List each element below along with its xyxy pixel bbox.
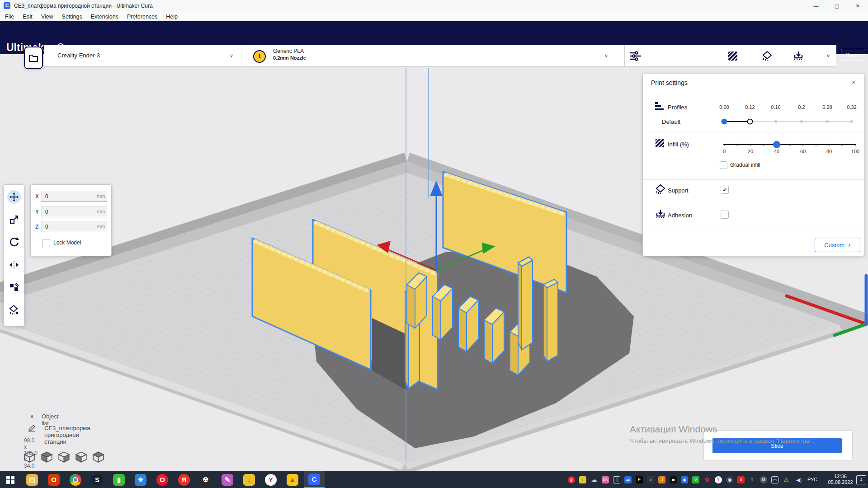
tray-usb-icon[interactable]: ⇪ — [749, 476, 756, 483]
adhesion-icon — [793, 51, 804, 61]
view-top-button[interactable] — [58, 451, 70, 463]
x-unit: mm — [97, 193, 105, 199]
object-list-item[interactable]: CE3_платформа пригородной станции — [44, 425, 90, 445]
slice-button[interactable]: Slice — [712, 438, 842, 453]
print-settings-summary[interactable]: Ultra Quality - 0.08mm 40% On Off ∨ — [624, 45, 836, 67]
cura-window: C CE3_платформа пригородной станции - Ul… — [0, 0, 868, 488]
profile-slider-handle[interactable] — [747, 119, 753, 125]
position-panel: X mm Y mm Z mm Lock Model — [30, 184, 112, 256]
tray-cloud-icon[interactable]: ☁ — [590, 476, 598, 483]
menu-preferences[interactable]: Preferences — [127, 14, 157, 20]
support-blocker-button[interactable] — [7, 303, 21, 317]
open-file-button[interactable] — [24, 47, 43, 69]
custom-settings-button[interactable]: Custom › — [815, 238, 860, 252]
minimize-button[interactable]: — — [806, 0, 826, 12]
taskbar-yandex[interactable]: Y — [260, 471, 281, 488]
tray-translator-icon[interactable]: я — [737, 476, 745, 483]
maximize-button[interactable]: ▢ — [826, 0, 847, 12]
tray-microphone-icon[interactable]: M — [760, 476, 767, 483]
profile-tick: 0.08 — [719, 104, 729, 110]
tray-volume-icon[interactable]: ◀) — [794, 476, 804, 483]
taskbar-file-explorer[interactable]: ▤ — [22, 471, 42, 488]
infill-tick: 100 — [851, 149, 859, 154]
model-pencil-icon — [28, 424, 36, 432]
tray-adguard-icon[interactable]: ◎ — [568, 476, 575, 483]
taskbar-green-tiles-app[interactable]: ▮ — [108, 471, 129, 488]
taskbar-cura-active[interactable]: C — [304, 471, 325, 488]
tray-epic-games-icon[interactable]: E — [636, 476, 643, 483]
taskbar-dark-sphere-app[interactable]: ☢ — [195, 471, 216, 488]
profile-tick: 0.12 — [745, 104, 755, 110]
print-settings-close-icon[interactable]: × — [852, 78, 856, 86]
menu-bar: File Edit View Settings Extensions Prefe… — [0, 12, 868, 21]
summary-chevron-down-icon[interactable]: ∨ — [826, 53, 830, 59]
move-tool-button[interactable] — [7, 190, 21, 204]
taskbar-paint-app[interactable]: ✎ — [217, 471, 238, 488]
profile-selected-dot[interactable] — [722, 119, 727, 125]
view-left-button[interactable] — [75, 451, 87, 463]
support-icon — [762, 51, 773, 61]
tray-dark-app-icon[interactable]: ■ — [670, 476, 677, 483]
sign-in-button[interactable]: Sign in — [841, 49, 866, 61]
taskbar: ▤ O S ▮ ✳ O Я ☢ ✎ ↓ Y ▲ C ◎ ↓ ☁ ds ▯ ⇄ E… — [0, 471, 868, 488]
material-selector[interactable]: Generic PLA — [273, 48, 304, 54]
cura-app-icon: C — [4, 2, 10, 9]
tray-audio-icon[interactable]: ♪ — [647, 476, 654, 483]
mirror-tool-button[interactable] — [7, 258, 21, 272]
taskbar-office[interactable]: O — [43, 471, 64, 488]
material-chevron-down-icon[interactable]: ∨ — [604, 53, 608, 59]
taskbar-opera[interactable]: O — [152, 471, 173, 488]
infill-slider-handle[interactable] — [773, 141, 780, 148]
lock-model-checkbox[interactable] — [42, 239, 50, 247]
language-indicator[interactable]: РУС — [807, 477, 817, 482]
adhesion-checkbox[interactable] — [721, 211, 729, 219]
y-axis-label: Y — [35, 209, 39, 215]
taskbar-download-manager[interactable]: ↓ — [239, 471, 259, 488]
transform-toolbar — [4, 184, 24, 326]
printer-chevron-down-icon[interactable]: ∨ — [230, 53, 233, 59]
menu-file[interactable]: File — [5, 14, 14, 20]
collapse-caret-icon[interactable]: ∧ — [30, 413, 34, 420]
taskbar-yandex-browser[interactable]: Я — [174, 471, 194, 488]
infill-tick: 0 — [723, 149, 726, 154]
rotate-tool-button[interactable] — [7, 235, 21, 249]
support-icon — [655, 184, 666, 195]
tray-java-icon[interactable]: J — [658, 476, 665, 483]
support-checkbox[interactable]: ✔ — [721, 186, 729, 194]
notification-center-button[interactable]: 1 — [856, 475, 866, 484]
view-right-button[interactable] — [92, 451, 104, 463]
taskbar-steam[interactable]: S — [87, 471, 108, 488]
printer-selector[interactable]: Creality Ender-3 — [57, 52, 100, 59]
scale-tool-button[interactable] — [7, 213, 21, 226]
tray-security-warning-icon[interactable]: ⚠ — [783, 476, 790, 483]
y-unit: mm — [97, 209, 105, 214]
close-button[interactable]: ✕ — [847, 0, 868, 12]
tray-display-icon[interactable]: ▭ — [771, 476, 778, 483]
taskbar-clock[interactable]: 12:36 05.08.2022 — [826, 474, 854, 485]
tray-ds-icon[interactable]: ds — [602, 476, 609, 483]
tray-download-master-icon[interactable]: ↓ — [579, 476, 586, 483]
taskbar-molecule-app[interactable]: ✳ — [130, 471, 151, 488]
view-front-button[interactable] — [41, 451, 53, 463]
tray-utorrent-icon[interactable]: V — [692, 476, 699, 483]
taskbar-flame-app[interactable]: ▲ — [282, 471, 303, 488]
gradual-infill-checkbox[interactable] — [720, 161, 727, 169]
tray-flower-icon[interactable]: ✿ — [703, 476, 711, 483]
menu-settings[interactable]: Settings — [62, 14, 82, 20]
profiles-label: Profiles — [668, 104, 687, 111]
tray-teamviewer-icon[interactable]: ⇄ — [624, 476, 632, 483]
menu-extensions[interactable]: Extensions — [91, 14, 118, 20]
menu-edit[interactable]: Edit — [23, 14, 33, 20]
menu-help[interactable]: Help — [166, 14, 178, 20]
infill-label: Infill (%) — [668, 141, 689, 148]
tray-yandex-icon[interactable]: Y — [715, 476, 722, 483]
per-model-settings-button[interactable] — [7, 281, 21, 294]
tray-steam-icon[interactable]: ◉ — [726, 476, 733, 483]
tray-phone-link-icon[interactable]: ▯ — [613, 476, 620, 483]
print-settings-panel: Print settings × Profiles 0.08 0.12 0.16… — [642, 74, 864, 256]
tray-pin-icon[interactable]: ◈ — [681, 476, 688, 483]
start-button[interactable] — [0, 471, 21, 488]
taskbar-chrome[interactable] — [65, 471, 86, 488]
menu-view[interactable]: View — [41, 14, 53, 20]
view-3d-button[interactable] — [24, 451, 36, 463]
